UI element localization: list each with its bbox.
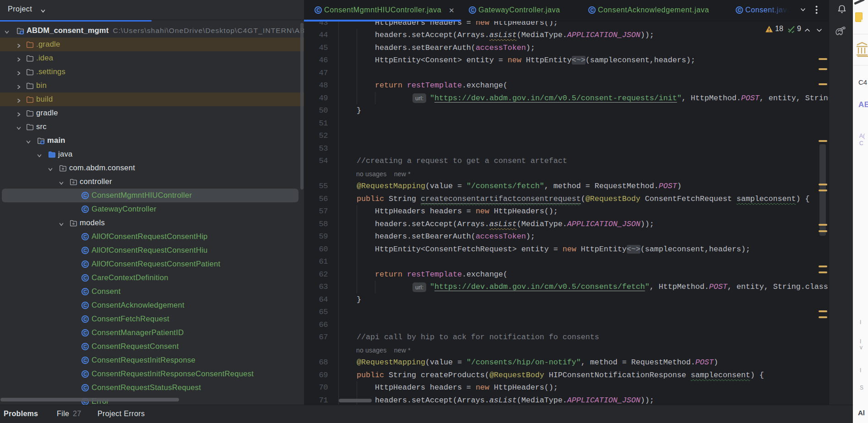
svg-text:C: C — [316, 7, 320, 13]
svg-text:C: C — [83, 316, 87, 322]
svg-text:C: C — [83, 206, 87, 212]
svg-text:C: C — [83, 330, 87, 336]
svg-text:C: C — [83, 303, 87, 308]
svg-text:C: C — [471, 7, 474, 13]
svg-text:C: C — [83, 248, 87, 253]
svg-text:C: C — [83, 261, 87, 267]
svg-text:C: C — [83, 289, 87, 294]
svg-text:C: C — [83, 385, 87, 390]
svg-text:C: C — [590, 7, 594, 13]
svg-text:C: C — [83, 371, 87, 377]
svg-text:C: C — [83, 358, 87, 363]
svg-text:C: C — [738, 7, 741, 13]
svg-text:C: C — [83, 234, 87, 239]
svg-text:C: C — [83, 344, 87, 349]
svg-text:C: C — [83, 193, 87, 198]
svg-text:C: C — [83, 275, 87, 281]
